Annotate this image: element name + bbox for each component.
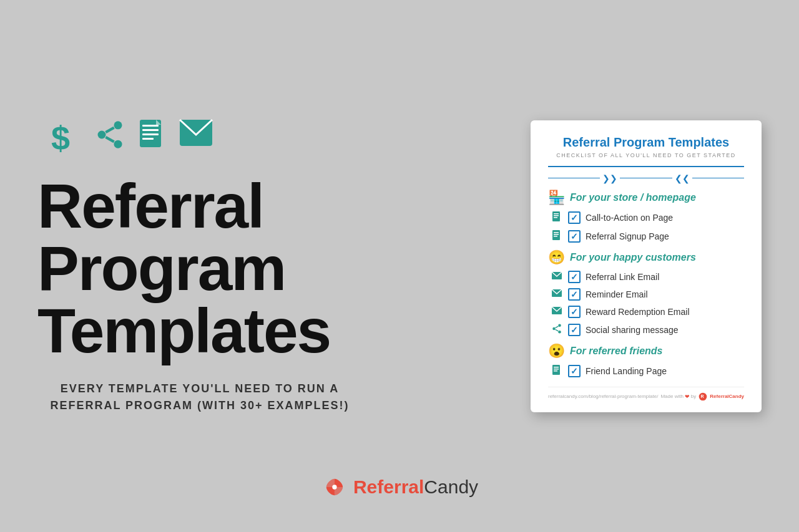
footer-by-text: by: [691, 394, 696, 399]
item-referral-link-label: Referral Link Email: [586, 272, 659, 282]
checkbox-landing: [568, 365, 581, 377]
svg-rect-29: [552, 365, 560, 375]
footer-made-with: Made with ❤ by R ReferralCandy: [660, 392, 744, 401]
section2-header: 😁 For your happy customers: [548, 249, 744, 266]
svg-point-1: [114, 121, 122, 129]
svg-point-24: [558, 324, 561, 327]
checkbox-reward: [568, 306, 581, 318]
doc-icon: [137, 118, 167, 160]
item-reward-label: Reward Redemption Email: [586, 307, 690, 317]
section2-title: For your happy customers: [570, 252, 696, 263]
share-icon: [94, 118, 126, 160]
svg-line-5: [105, 137, 114, 141]
footer-url: referralcandy.com/blog/referral-program-…: [548, 394, 658, 399]
svg-rect-18: [554, 232, 559, 233]
referralcandy-logo-icon: [321, 473, 348, 501]
section1-header: 🏪 For your store / homepage: [548, 190, 744, 206]
logo-candy-text: Candy: [424, 476, 478, 497]
checkbox-reminder: [568, 288, 581, 301]
title-line3: Templates: [37, 299, 330, 362]
page-subtitle: EVERY TEMPLATE YOU'LL NEED TO RUN A REFE…: [44, 380, 356, 414]
checkbox-social: [568, 324, 581, 336]
item-cta: Call-to-Action on Page: [548, 211, 744, 225]
divider-left-arrow: ❯❯: [602, 173, 617, 183]
svg-rect-15: [554, 215, 559, 216]
footer-heart-icon: ❤: [685, 394, 690, 400]
checkbox-referral-link: [568, 271, 581, 283]
svg-rect-9: [142, 133, 159, 135]
item-social-label: Social sharing message: [586, 325, 679, 335]
item-landing-label: Friend Landing Page: [586, 366, 667, 376]
email-icon-reminder: [551, 289, 563, 300]
checkbox-cta: [568, 211, 581, 224]
page-wrapper: $: [0, 0, 799, 532]
share-icon-social: [551, 323, 563, 337]
svg-rect-13: [552, 211, 560, 221]
svg-line-28: [556, 329, 559, 331]
item-signup-label: Referral Signup Page: [586, 231, 669, 241]
section2-emoji: 😁: [548, 249, 565, 266]
divider-right-arrow: ❮❮: [675, 173, 690, 183]
template-card: Referral Program Templates CHECKLIST OF …: [531, 120, 762, 412]
divider-line: ❯❯ ❮❮: [548, 173, 744, 183]
title-line1: Referral: [37, 175, 330, 237]
svg-rect-20: [554, 236, 557, 237]
doc-icon-signup: [551, 230, 563, 243]
doc-icon-landing: [551, 364, 563, 378]
svg-rect-16: [554, 217, 557, 218]
svg-text:$: $: [51, 119, 70, 155]
svg-point-25: [552, 327, 556, 330]
item-referral-link: Referral Link Email: [548, 271, 744, 283]
svg-line-4: [105, 127, 114, 132]
title-line2: Program: [37, 237, 330, 299]
svg-rect-7: [142, 125, 159, 127]
checkbox-signup: [568, 230, 581, 243]
dollar-icon: $: [50, 118, 82, 160]
icon-row: $: [50, 118, 213, 160]
item-signup: Referral Signup Page: [548, 230, 744, 243]
left-section: $: [37, 118, 531, 414]
logo-text: ReferralCandy: [353, 476, 478, 498]
item-cta-label: Call-to-Action on Page: [586, 213, 673, 223]
card-footer: referralcandy.com/blog/referral-program-…: [548, 387, 744, 401]
item-social: Social sharing message: [548, 323, 744, 337]
footer-rc-icon: R: [699, 392, 707, 401]
right-section: Referral Program Templates CHECKLIST OF …: [531, 120, 762, 412]
doc-icon-cta: [551, 211, 563, 225]
svg-point-35: [332, 485, 336, 489]
svg-rect-19: [554, 234, 559, 235]
footer-made-text: Made with: [660, 394, 683, 399]
logo-section: ReferralCandy: [321, 473, 478, 501]
card-divider: [548, 166, 744, 167]
footer-brand-text: ReferralCandy: [710, 394, 744, 399]
svg-point-2: [98, 130, 106, 138]
svg-text:R: R: [701, 394, 704, 399]
section3-title: For referred friends: [570, 346, 662, 357]
svg-point-26: [558, 331, 561, 334]
section3-emoji: 😮: [548, 343, 565, 359]
svg-rect-10: [142, 138, 154, 140]
logo-referral-text: Referral: [353, 476, 424, 497]
section1-title: For your store / homepage: [570, 192, 696, 203]
card-title: Referral Program Templates: [548, 135, 744, 150]
main-title: Referral Program Templates: [37, 175, 330, 362]
svg-rect-31: [554, 369, 559, 370]
card-subtitle: CHECKLIST OF ALL YOU'LL NEED TO GET STAR…: [548, 152, 744, 158]
item-landing: Friend Landing Page: [548, 364, 744, 378]
email-icon-referral: [551, 271, 563, 283]
item-reminder-label: Reminder Email: [586, 289, 648, 299]
section1-emoji: 🏪: [548, 190, 565, 206]
email-icon-reward: [551, 306, 563, 317]
section3-header: 😮 For referred friends: [548, 343, 744, 359]
svg-rect-14: [554, 213, 559, 215]
svg-rect-30: [554, 367, 559, 368]
svg-line-27: [556, 326, 559, 328]
item-reminder: Reminder Email: [548, 288, 744, 301]
svg-rect-17: [552, 230, 560, 240]
email-icon: [179, 118, 213, 160]
svg-rect-32: [554, 370, 557, 372]
item-reward: Reward Redemption Email: [548, 306, 744, 318]
svg-point-3: [114, 140, 122, 148]
svg-rect-8: [142, 129, 159, 131]
